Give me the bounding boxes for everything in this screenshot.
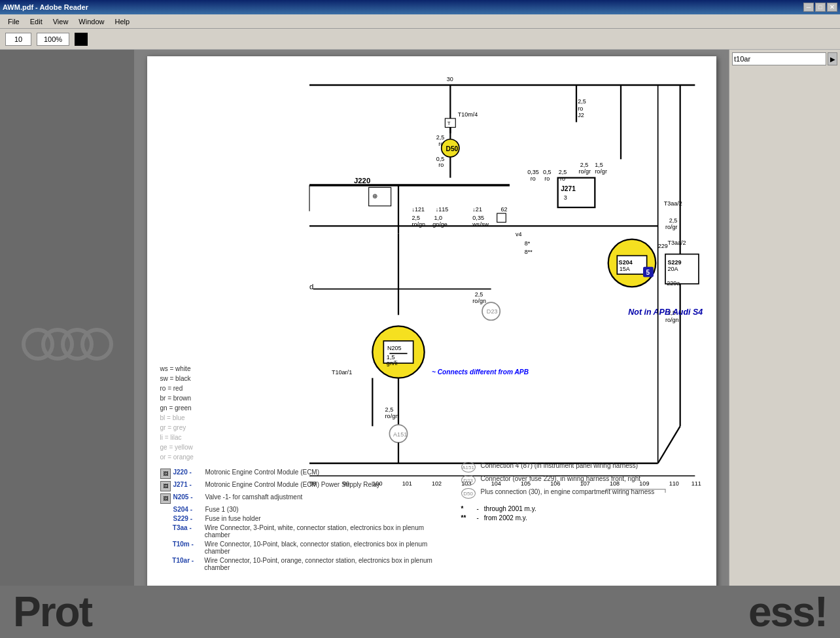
note-double-star: ** - from 2002 m.y. — [461, 514, 677, 522]
comp-t3aa: T3aa - Wire Connector, 3-Point, white, c… — [160, 524, 442, 539]
svg-text:ro: ro — [544, 175, 550, 182]
svg-text:v4: v4 — [516, 231, 522, 238]
svg-text:gn/li: gn/li — [386, 360, 397, 366]
legend-ge: ge = yellow — [160, 442, 193, 452]
svg-text:↓21: ↓21 — [472, 206, 482, 213]
svg-text:ro/gn: ro/gn — [472, 298, 486, 304]
svg-text:ro/gn: ro/gn — [411, 221, 425, 228]
close-button[interactable]: ✕ — [827, 3, 837, 12]
svg-text:20A: 20A — [667, 266, 678, 272]
svg-text:30: 30 — [446, 76, 453, 82]
svg-text:A151: A151 — [393, 431, 407, 438]
svg-text:ro/gr: ro/gr — [578, 168, 591, 175]
minimize-button[interactable]: ─ — [803, 3, 814, 12]
svg-text:gn/ge: gn/ge — [432, 221, 447, 228]
audi-logo-icon — [22, 298, 113, 390]
svg-text:2,5: 2,5 — [669, 217, 677, 224]
svg-text:ws/sw: ws/sw — [472, 221, 489, 228]
svg-text:T10m/4: T10m/4 — [457, 111, 478, 118]
notes-section: * - through 2001 m.y. ** - from 2002 m.y… — [461, 505, 677, 522]
comp-t10m: T10m - Wire Connector, 10-Point, black, … — [160, 541, 442, 555]
svg-text:111: 111 — [691, 480, 701, 487]
pdf-page: T10m/4 T 2,5 ro D50 0,5 ro J220 — [147, 56, 716, 593]
svg-text:ro: ro — [578, 105, 583, 112]
svg-text:T10ar/1: T10ar/1 — [332, 369, 352, 376]
j220-icon: 🖼 — [160, 469, 171, 479]
svg-text:0,35: 0,35 — [527, 169, 539, 175]
comp-n205: 🖼 N205 - Valve -1- for camshaft adjustme… — [160, 493, 442, 504]
svg-text:ro: ro — [560, 175, 565, 182]
restore-button[interactable]: □ — [815, 3, 826, 12]
comp-s204: S204 - Fuse 1 (30) — [160, 506, 442, 513]
legend-gn: gn = green — [160, 403, 192, 413]
menu-window[interactable]: Window — [73, 16, 109, 27]
legend-br: br = brown — [160, 393, 192, 403]
svg-text:0,35: 0,35 — [472, 215, 484, 221]
legend-sw: sw = black — [160, 374, 191, 383]
svg-line-76 — [657, 426, 680, 463]
toolbar: 10 100% — [0, 29, 840, 50]
svg-text:2,5: 2,5 — [474, 291, 483, 298]
promo-overlay: Prot ess! — [0, 586, 840, 638]
svg-text:ro: ro — [438, 162, 444, 168]
svg-text:ro: ro — [530, 175, 535, 182]
color-legend: ws = white sw = black ro = red br = brow… — [160, 364, 194, 462]
svg-text:ro/gn: ro/gn — [665, 317, 678, 323]
svg-point-3 — [82, 330, 111, 359]
comp-d50: D50 Plus connection (30), in engine comp… — [461, 488, 677, 499]
wiring-diagram: T10m/4 T 2,5 ro D50 0,5 ro J220 — [154, 63, 710, 493]
svg-text:ro/gr: ro/gr — [595, 168, 607, 175]
svg-text:229: 229 — [657, 243, 667, 249]
svg-text:~ Connects different from APB: ~ Connects different from APB — [432, 368, 529, 376]
search-box: t10ar ▶ — [732, 52, 837, 65]
menu-help[interactable]: Help — [109, 16, 135, 27]
menu-view[interactable]: View — [48, 16, 74, 27]
menu-file[interactable]: File — [3, 16, 25, 27]
j271-icon: 🖼 — [160, 481, 171, 491]
svg-text:2,5: 2,5 — [558, 169, 567, 175]
search-input[interactable]: t10ar — [732, 52, 826, 65]
menu-bar: File Edit View Window Help — [0, 14, 840, 29]
svg-text:J271: J271 — [561, 185, 576, 192]
title-bar: AWM.pdf - Adobe Reader ─ □ ✕ — [0, 0, 840, 14]
promo-right-text: ess! — [748, 588, 840, 636]
legend-ro: ro = red — [160, 383, 183, 393]
zoom-display: 100% — [37, 33, 69, 46]
svg-text:↓115: ↓115 — [435, 206, 448, 213]
comp-d23: D23 Connector (over fuse 229), in wiring… — [461, 475, 677, 486]
svg-rect-46 — [557, 178, 595, 207]
svg-text:D50: D50 — [446, 145, 458, 152]
page-number-input[interactable]: 10 — [5, 33, 31, 46]
svg-text:2,5: 2,5 — [411, 215, 420, 221]
svg-rect-87 — [497, 213, 506, 222]
svg-text:Not in APB Audi S4: Not in APB Audi S4 — [628, 308, 703, 317]
legend-bl: bl = blue — [160, 413, 185, 423]
comp-s229: S229 - Fuse in fuse holder — [160, 515, 442, 522]
comp-a151: A151 Connection 4 (87) (in instrument pa… — [461, 462, 677, 472]
svg-text:⊕: ⊕ — [372, 192, 377, 200]
legend-li: li = lilac — [160, 433, 182, 442]
left-panel — [0, 50, 134, 638]
main-area: T10m/4 T 2,5 ro D50 0,5 ro J220 — [0, 50, 840, 638]
svg-text:2,5: 2,5 — [580, 162, 588, 168]
svg-text:1,0: 1,0 — [434, 215, 442, 221]
comp-j220: 🖼 J220 - Motronic Engine Control Module … — [160, 469, 442, 479]
search-go-button[interactable]: ▶ — [828, 52, 837, 65]
pdf-area[interactable]: T10m/4 T 2,5 ro D50 0,5 ro J220 — [134, 50, 729, 638]
svg-text:5: 5 — [646, 269, 650, 276]
svg-text:62: 62 — [500, 206, 507, 213]
svg-text:T: T — [447, 120, 450, 126]
legend-or: or = orange — [160, 452, 194, 462]
right-sidebar: t10ar ▶ — [729, 50, 840, 638]
svg-text:3: 3 — [563, 194, 567, 201]
svg-text:0,5: 0,5 — [542, 169, 551, 175]
svg-text:N205: N205 — [387, 345, 402, 351]
menu-edit[interactable]: Edit — [25, 16, 48, 27]
svg-text:ro/gr: ro/gr — [665, 224, 677, 230]
comp-j271: 🖼 J271 - Motronic Engine Control Module … — [160, 481, 442, 491]
svg-text:1,5: 1,5 — [595, 162, 603, 168]
promo-left-text: Prot — [0, 588, 92, 636]
svg-text:J220: J220 — [354, 177, 370, 185]
svg-text:D23: D23 — [486, 308, 497, 315]
title-text: AWM.pdf - Adobe Reader — [3, 3, 88, 11]
